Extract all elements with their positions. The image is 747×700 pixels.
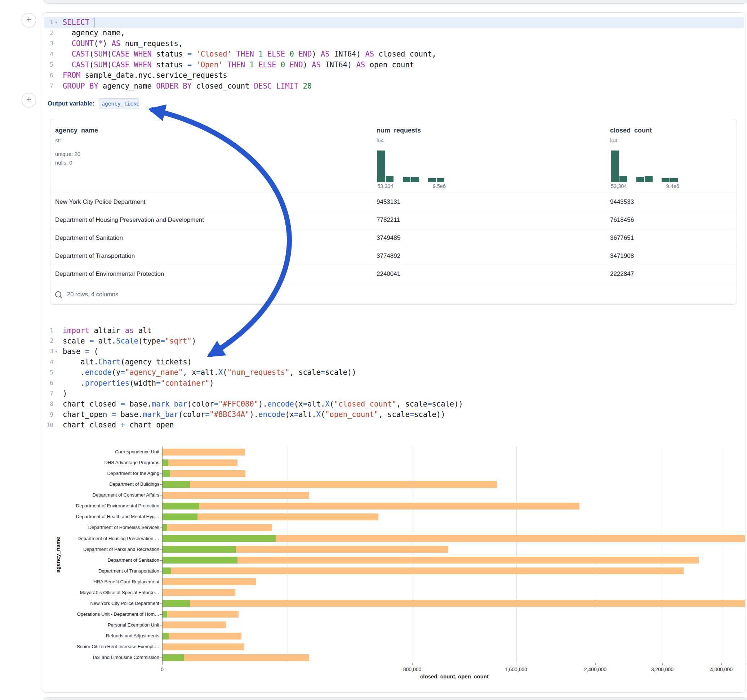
column-meta-unique: unique: 20 <box>55 151 80 157</box>
hist-bin <box>420 182 428 182</box>
histogram-labels: 53,304 9.4e6 <box>611 183 679 189</box>
table-cell: 9453131 <box>377 193 400 211</box>
column-name: agency_name <box>55 127 98 134</box>
code-line[interactable]: 1import altair as alt <box>42 325 463 336</box>
fold-chevron-icon[interactable]: ▾ <box>53 20 59 25</box>
table-row[interactable]: Department of Sanitation37494853677651 <box>50 229 736 247</box>
next-cell-edge <box>43 697 747 700</box>
column-type: i64 <box>377 137 384 143</box>
table-cell: 3774892 <box>377 247 400 265</box>
line-number: 10 <box>42 422 53 428</box>
column-name: num_requests <box>377 127 421 134</box>
line-number: 6 <box>42 380 53 386</box>
table-cell: 3749485 <box>377 229 400 247</box>
code-line[interactable]: 4 CAST(SUM(CASE WHEN status = 'Closed' T… <box>42 49 436 60</box>
hist-bin <box>637 177 644 182</box>
table-row-count: 20 rows, 4 columns <box>67 291 118 298</box>
notebook-page: + + 1▾SELECT 2 agency_name,3 COUNT(*) AS… <box>0 0 747 700</box>
hist-bin <box>620 176 628 182</box>
histogram-num-requests <box>377 150 446 182</box>
table-cell: 2222847 <box>610 265 634 283</box>
table-cell: 3471908 <box>610 247 634 265</box>
code-line[interactable]: 3▾base = ( <box>42 346 463 356</box>
hist-bin <box>662 178 670 182</box>
python-cell[interactable]: 1import altair as alt2scale = alt.Scale(… <box>42 325 463 430</box>
code-line[interactable]: 8chart_closed = base.mark_bar(color="#FF… <box>42 398 463 409</box>
table-cell: 7618456 <box>610 211 634 229</box>
add-cell-button-middle[interactable]: + <box>22 93 36 107</box>
output-variable-value: agency_tickets <box>101 101 139 107</box>
output-variable-row: Output variable: agency_tickets <box>48 98 139 109</box>
table-cell: 9443533 <box>610 193 634 211</box>
table-row[interactable]: Department of Transportation377489234719… <box>50 247 736 265</box>
hist-min-label: 53,304 <box>611 183 627 189</box>
code-line[interactable]: 2 agency_name, <box>42 28 436 39</box>
sql-cell[interactable]: 1▾SELECT 2 agency_name,3 COUNT(*) AS num… <box>42 17 436 92</box>
histogram-closed-count <box>611 150 679 182</box>
line-number: 7 <box>42 83 53 89</box>
hist-bin <box>411 177 419 182</box>
hist-bin <box>428 178 436 182</box>
code-line[interactable]: 2scale = alt.Scale(type="sqrt") <box>42 336 463 346</box>
table-cell: Department of Housing Preservation and D… <box>55 211 204 229</box>
line-number: 2 <box>42 30 53 36</box>
code-line[interactable]: 5 CAST(SUM(CASE WHEN status = 'Open' THE… <box>42 59 436 70</box>
line-number: 4 <box>42 51 53 57</box>
table-cell: Department of Environmental Protection <box>55 265 164 283</box>
table-row[interactable]: Department of Housing Preservation and D… <box>50 211 736 229</box>
line-number: 2 <box>42 337 53 344</box>
table-body: New York City Police Department945313194… <box>50 193 736 283</box>
hist-bin <box>377 151 385 182</box>
table-cell: Department of Sanitation <box>55 229 123 247</box>
line-number: 8 <box>42 400 53 407</box>
search-icon[interactable] <box>55 291 61 297</box>
output-variable-label: Output variable: <box>48 100 94 107</box>
code-line[interactable]: 6FROM sample_data.nyc.service_requests <box>42 70 436 81</box>
line-number: 1 <box>42 327 53 334</box>
code-line[interactable]: 4 alt.Chart(agency_tickets) <box>42 357 463 367</box>
code-line[interactable]: 10chart_closed + chart_open <box>42 420 463 430</box>
column-type: i64 <box>610 137 617 143</box>
table-row[interactable]: Department of Environmental Protection22… <box>50 265 736 283</box>
line-number: 3 <box>42 348 53 355</box>
output-variable-chip[interactable]: agency_tickets <box>99 98 139 109</box>
hist-bin <box>611 151 619 182</box>
histogram-labels: 53,304 9.5e6 <box>377 183 446 189</box>
table-cell: 2240041 <box>377 265 400 283</box>
hist-bin <box>386 176 394 182</box>
column-meta-nulls: nulls: 0 <box>55 160 73 166</box>
hist-bin <box>653 182 661 182</box>
hist-bin <box>645 176 653 182</box>
code-line[interactable]: 9chart_open = base.mark_bar(color="#8BC3… <box>42 409 463 420</box>
results-table: agency_name str unique: 20 nulls: 0 num_… <box>50 119 737 305</box>
line-number: 5 <box>42 61 53 68</box>
table-cell: New York City Police Department <box>55 193 145 211</box>
hist-bin <box>670 178 678 182</box>
code-line[interactable]: 1▾SELECT <box>42 17 436 28</box>
hist-bin <box>403 177 411 182</box>
code-line[interactable]: 7) <box>42 388 463 398</box>
fold-chevron-icon[interactable]: ▾ <box>53 349 59 354</box>
table-cell: 7782211 <box>377 211 400 229</box>
line-number: 4 <box>42 359 53 365</box>
text-cursor <box>94 18 94 27</box>
code-line[interactable]: 3 COUNT(*) AS num_requests, <box>42 38 436 49</box>
code-line[interactable]: 7GROUP BY agency_name ORDER BY closed_co… <box>42 81 436 92</box>
table-cell: Department of Transportation <box>55 247 135 265</box>
hist-bin <box>394 182 402 182</box>
add-cell-button-top[interactable]: + <box>22 13 36 27</box>
hist-bin <box>628 182 636 182</box>
line-number: 6 <box>42 72 53 79</box>
table-row[interactable]: New York City Police Department945313194… <box>50 193 736 211</box>
hist-max-label: 9.5e6 <box>433 183 446 189</box>
code-line[interactable]: 6 .properties(width="container") <box>42 378 463 388</box>
table-footer: 20 rows, 4 columns <box>55 287 118 302</box>
code-line[interactable]: 5 .encode(y="agency_name", x=alt.X("num_… <box>42 367 463 378</box>
line-number: 3 <box>42 40 53 47</box>
hist-bin <box>437 178 445 182</box>
line-number: 7 <box>42 390 53 397</box>
column-type: str <box>55 137 61 143</box>
line-number: 5 <box>42 369 53 376</box>
line-number: 1 <box>42 19 53 26</box>
hist-max-label: 9.4e6 <box>666 183 679 189</box>
